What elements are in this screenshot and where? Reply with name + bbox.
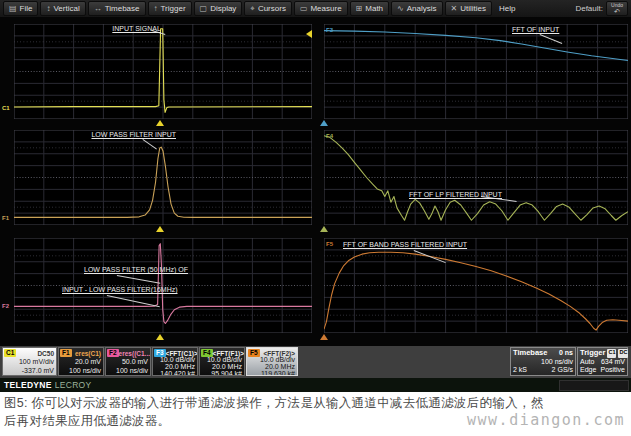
f4-points: 95.904 k# (200, 371, 242, 376)
trigger-slope: Positive (600, 366, 625, 375)
trigger-arrow-icon: ↑ (154, 5, 158, 13)
channel-box-f4[interactable]: F4<FFT(F1)> 10.0 dB/div20.0 MHz95.904 k# (199, 347, 245, 376)
menu-math[interactable]: ⊞Math (350, 1, 390, 16)
panel-lpf-input[interactable]: LOW PASS FILTER INPUT (14, 130, 312, 225)
f2-zero-label: F2 (2, 303, 9, 309)
menu-vertical-label: Vertical (53, 4, 79, 13)
f4-ref-label: F4 (326, 133, 333, 139)
menu-help-label: Help (499, 4, 515, 13)
footer-status-box (559, 380, 629, 391)
f5-ref-label: F5 (326, 241, 333, 247)
timebase-delay: 0 ns (559, 349, 573, 358)
f1-zero-label: F1 (2, 215, 9, 221)
f3-points: 140.420 k# (153, 371, 195, 376)
menu-timebase[interactable]: ↔Timebase (88, 1, 146, 16)
trace-label-bandpass-2: INPUT - LOW PASS FILTER(16MHz) (62, 286, 178, 294)
panel-input-signal[interactable]: INPUT SIGNAL (14, 24, 312, 119)
f3-ref-label: F3 (326, 27, 333, 33)
caption-line-2: 后再对结果应用低通滤波器。 (4, 413, 170, 430)
trigger-type: Edge (580, 366, 596, 375)
f1-function: eres(C1) (75, 350, 101, 357)
brand-bar: TELEDYNE LECROY (0, 378, 631, 392)
vertical-arrows-icon: ↕ (46, 5, 50, 13)
file-icon: ▤ (9, 5, 17, 13)
menu-bar: ▤File ↕Vertical ↔Timebase ↑Trigger ▢Disp… (0, 0, 631, 17)
trace-label-bandpass-1: LOW PASS FILTER (50 MHz) OF (84, 266, 188, 274)
teledyne-logo: TELEDYNE (4, 380, 52, 390)
menu-help[interactable]: Help (494, 2, 520, 15)
f2-badge: F2 (107, 349, 119, 357)
c1-coupling: DC50 (37, 350, 54, 357)
menu-timebase-label: Timebase (105, 4, 140, 13)
measure-icon: ▭ (300, 5, 308, 13)
math-icon: ⊞ (356, 5, 363, 13)
trigger-source-badge: C1 (607, 349, 616, 358)
channel-box-f5[interactable]: F5<FFT(F2)> 10.0 dB/div20.0 MHz119.630 k… (246, 347, 298, 376)
panel-bandpass-time[interactable]: LOW PASS FILTER (50 MHz) OF INPUT - LOW … (14, 238, 312, 333)
menu-file[interactable]: ▤File (3, 1, 38, 16)
grid-and-trace-f4 (324, 130, 628, 225)
grid-and-trace-c1 (14, 24, 312, 119)
trigger-level-marker[interactable] (306, 30, 312, 38)
trigger-time-marker[interactable] (156, 334, 164, 340)
cursor-icon: ⌖ (250, 5, 255, 13)
timebase-samples: 2 kS (513, 366, 527, 375)
menu-analysis-label: Analysis (407, 4, 437, 13)
lecroy-logo: LECROY (55, 380, 92, 390)
caption-line-1: 图5: 你可以对示波器的输入进行带通滤波操作，方法是从输入通道中减去低通滤波后的… (4, 395, 544, 412)
c1-badge: C1 (4, 349, 16, 357)
grid-and-trace-f1 (14, 130, 312, 225)
c1-scale: 100 mV/div (3, 357, 54, 366)
figure-caption: 图5: 你可以对示波器的输入进行带通滤波操作，方法是从输入通道中减去低通滤波后的… (0, 392, 631, 436)
trace-label-fft-bandpass: FFT OF BAND PASS FILTERED INPUT (343, 241, 467, 249)
menu-vertical[interactable]: ↕Vertical (40, 1, 85, 16)
f2-timebase: 100 ns/div (106, 366, 148, 375)
trace-label-fft-lpf: FFT OF LP FILTERED INPUT (409, 191, 502, 199)
trace-label-input-signal: INPUT SIGNAL (112, 25, 161, 33)
menu-measure-label: Measure (310, 4, 341, 13)
utilities-icon: ✕ (451, 5, 458, 13)
panel-fft-bandpass[interactable]: FFT OF BAND PASS FILTERED INPUT (324, 238, 628, 333)
horizontal-arrows-icon: ↔ (94, 5, 102, 13)
trigger-time-marker[interactable] (156, 120, 164, 126)
f1-timebase: 100 ns/div (59, 366, 101, 375)
f5-points: 119.630 k# (247, 371, 295, 376)
timebase-title: Timebase (513, 349, 547, 358)
f2-scale: 50.0 mV (106, 357, 148, 366)
menu-measure[interactable]: ▭Measure (294, 1, 348, 16)
undo-icon: ↶ (607, 8, 627, 15)
grid-and-trace-f3 (324, 24, 628, 119)
channel-box-f2[interactable]: F2eres((C1... 50.0 mV100 ns/div (105, 347, 151, 376)
channel-box-f3[interactable]: F3<FFT(C1)> 10.0 dB/div20.0 MHz140.420 k… (152, 347, 198, 376)
menu-trigger-label: Trigger (161, 4, 186, 13)
watermark: www.diangon.com (467, 411, 625, 429)
trigger-box[interactable]: TriggerC1DC Auto634 mV EdgePositive (577, 347, 628, 376)
channel-box-c1[interactable]: C1DC50 100 mV/div-337.0 mV (2, 347, 57, 376)
c1-zero-label: C1 (2, 105, 10, 111)
fft-zero-marker-f4 (320, 226, 328, 232)
menu-cursors-label: Cursors (258, 4, 286, 13)
menu-cursors[interactable]: ⌖Cursors (244, 1, 292, 16)
waveform-screen: INPUT SIGNAL LOW PASS FILTER INPUT LOW P… (0, 17, 631, 346)
analysis-icon: ∿ (397, 5, 404, 13)
menu-trigger[interactable]: ↑Trigger (148, 1, 192, 16)
default-setup-label: Default: (575, 4, 603, 13)
menu-display[interactable]: ▢Display (194, 1, 243, 16)
panel-fft-lpf[interactable]: FFT OF LP FILTERED INPUT (324, 130, 628, 225)
menu-math-label: Math (365, 4, 383, 13)
panel-fft-input[interactable]: FFT OF INPUT (324, 24, 628, 119)
timebase-rate: 2 GS/s (552, 366, 573, 375)
grid-and-trace-f5 (324, 238, 628, 333)
menu-utilities-label: Utilities (460, 4, 486, 13)
channel-box-f1[interactable]: F1eres(C1) 20.0 mV100 ns/div (58, 347, 104, 376)
fft-zero-marker-f5 (320, 334, 328, 340)
fft-zero-marker-f3 (320, 120, 328, 126)
menu-display-label: Display (210, 4, 236, 13)
trigger-coupling-badge: DC (618, 349, 628, 358)
timebase-box[interactable]: Timebase0 ns 100 ns/div 2 kS2 GS/s (510, 347, 576, 376)
undo-button[interactable]: Undo ↶ (606, 1, 628, 16)
f2-function: eres((C1... (119, 350, 150, 357)
trigger-time-marker[interactable] (156, 226, 164, 232)
menu-analysis[interactable]: ∿Analysis (391, 1, 443, 16)
menu-utilities[interactable]: ✕Utilities (445, 1, 492, 16)
